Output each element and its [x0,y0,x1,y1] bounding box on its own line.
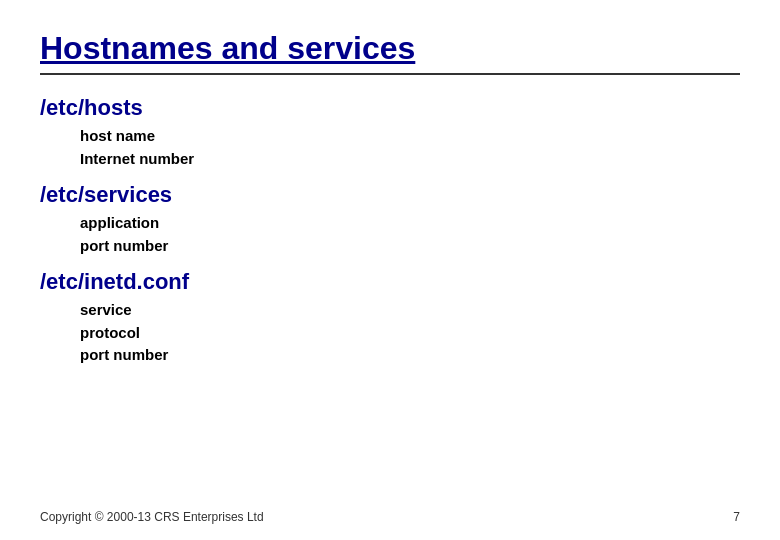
section-heading-2: /etc/inetd.conf [40,269,740,295]
section-2-item-0: service [80,299,740,322]
section-2-item-1: protocol [80,322,740,345]
section-1-item-0: application [80,212,740,235]
section-heading-0: /etc/hosts [40,95,740,121]
footer: Copyright © 2000-13 CRS Enterprises Ltd … [40,510,740,524]
sections-container: /etc/hostshost nameInternet number/etc/s… [40,95,740,367]
section-0-item-0: host name [80,125,740,148]
page-number: 7 [733,510,740,524]
slide-title: Hostnames and services [40,30,740,75]
slide: Hostnames and services /etc/hostshost na… [0,0,780,540]
copyright-text: Copyright © 2000-13 CRS Enterprises Ltd [40,510,264,524]
section-0-item-1: Internet number [80,148,740,171]
section-1-item-1: port number [80,235,740,258]
section-2-item-2: port number [80,344,740,367]
section-heading-1: /etc/services [40,182,740,208]
